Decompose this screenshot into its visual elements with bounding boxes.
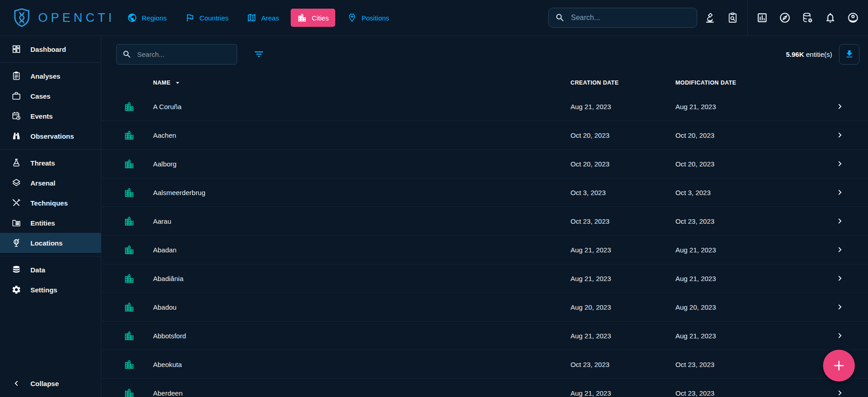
creation-date: Oct 23, 2023 (570, 361, 675, 368)
row-chevron[interactable] (835, 388, 845, 397)
account-circle-icon (847, 12, 859, 24)
list-search-input[interactable] (136, 50, 231, 59)
account-circle-button[interactable] (842, 6, 864, 29)
city-name: A Coruña (153, 103, 570, 111)
city-name: Aberdeen (153, 389, 570, 397)
sidebar-item-events[interactable]: Events (0, 106, 101, 126)
tab-areas[interactable]: Areas (240, 9, 285, 27)
chevron-right-icon (835, 302, 845, 312)
city-cell (124, 387, 153, 397)
sidebar-item-label: Events (30, 112, 53, 120)
city-icon (124, 387, 153, 397)
sidebar-item-analyses[interactable]: Analyses (0, 66, 101, 86)
sort-desc-icon[interactable] (174, 79, 182, 87)
column-header-modification-date[interactable]: MODIFICATION DATE (675, 80, 835, 86)
compass-button[interactable] (774, 6, 796, 29)
row-chevron[interactable] (835, 159, 845, 169)
tab-label: Cities (312, 14, 329, 22)
header-divider (747, 0, 748, 35)
table-row[interactable]: AberdeenAug 21, 2023Oct 23, 2023 (102, 379, 868, 397)
city-cell (124, 130, 153, 141)
table-row[interactable]: AbadanAug 21, 2023Aug 21, 2023 (102, 236, 868, 264)
bar-chart-button[interactable] (751, 6, 774, 29)
modification-date: Aug 21, 2023 (675, 246, 835, 254)
sidebar-item-locations[interactable]: Locations (0, 233, 101, 253)
microscope-button[interactable] (699, 6, 721, 29)
table-row[interactable]: AalborgOct 20, 2023Oct 20, 2023 (102, 150, 868, 178)
city-cell (124, 302, 153, 313)
globe-stand-icon (11, 238, 21, 248)
column-header-creation-date[interactable]: CREATION DATE (570, 80, 675, 86)
row-chevron[interactable] (835, 302, 845, 312)
row-chevron[interactable] (835, 245, 845, 255)
sidebar-item-techniques[interactable]: Techniques (0, 193, 101, 213)
chevron-right-icon (835, 273, 845, 283)
bell-button[interactable] (819, 6, 842, 29)
tab-positions[interactable]: Positions (341, 9, 396, 27)
search-icon (555, 13, 565, 23)
sidebar-item-threats[interactable]: Threats (0, 153, 101, 173)
city-icon (124, 101, 153, 112)
table-row[interactable]: A CoruñaAug 21, 2023Aug 21, 2023 (102, 92, 868, 121)
sidebar-item-entities[interactable]: Entities (0, 213, 101, 233)
city-icon (124, 130, 153, 141)
filter-button[interactable] (251, 46, 267, 62)
tab-regions[interactable]: Regions (121, 9, 173, 27)
creation-date: Oct 3, 2023 (570, 189, 675, 196)
tools-icon (11, 198, 21, 208)
sidebar-item-dashboard[interactable]: Dashboard (0, 39, 101, 59)
sidebar-item-data[interactable]: Data (0, 260, 101, 280)
table-row[interactable]: AbeokutaOct 23, 2023Oct 23, 2023 (102, 350, 868, 379)
opencti-logo[interactable]: OPENCTI (0, 7, 104, 29)
pin-icon (347, 13, 357, 23)
row-chevron[interactable] (835, 331, 845, 341)
table-row[interactable]: AbbotsfordAug 21, 2023Aug 21, 2023 (102, 322, 868, 350)
creation-date: Oct 20, 2023 (570, 160, 675, 168)
city-name: Abadiânia (153, 275, 570, 282)
modification-date: Oct 23, 2023 (675, 389, 835, 397)
binoculars-icon (11, 131, 21, 141)
tab-cities[interactable]: Cities (291, 9, 335, 27)
row-chevron[interactable] (835, 273, 845, 283)
sidebar-collapse-button[interactable]: Collapse (0, 373, 101, 393)
chevron-right-icon (835, 101, 845, 111)
database-gear-icon (802, 12, 813, 24)
table-row[interactable]: AbadouAug 20, 2023Aug 20, 2023 (102, 293, 868, 322)
sidebar-item-arsenal[interactable]: Arsenal (0, 173, 101, 193)
gear-icon (11, 285, 21, 295)
sidebar-item-label: Techniques (30, 199, 68, 207)
table-row[interactable]: AachenOct 20, 2023Oct 20, 2023 (102, 121, 868, 150)
add-city-fab[interactable] (823, 350, 855, 382)
table-row[interactable]: AalsmeerderbrugOct 3, 2023Oct 3, 2023 (102, 178, 868, 207)
sidebar-item-observations[interactable]: Observations (0, 126, 101, 146)
calendar-clock-icon (11, 111, 21, 121)
flag-icon (185, 13, 195, 23)
column-header-name[interactable]: NAME (153, 79, 570, 87)
database-gear-button[interactable] (796, 6, 819, 29)
sidebar-item-cases[interactable]: Cases (0, 86, 101, 106)
clipboard-search-button[interactable] (721, 6, 744, 29)
sidebar-item-label: Locations (30, 239, 63, 247)
creation-date: Aug 21, 2023 (570, 246, 675, 254)
table-header: NAME CREATION DATE MODIFICATION DATE (102, 75, 868, 90)
sidebar-item-settings[interactable]: Settings (0, 280, 101, 300)
sidebar-group: DataSettings (0, 256, 101, 303)
table-row[interactable]: AarauOct 23, 2023Oct 23, 2023 (102, 207, 868, 236)
chevron-left-icon (11, 378, 21, 388)
creation-date: Aug 21, 2023 (570, 389, 675, 397)
tab-countries[interactable]: Countries (179, 9, 235, 27)
creation-date: Oct 20, 2023 (570, 131, 675, 139)
export-button[interactable] (839, 44, 859, 65)
city-icon (124, 158, 153, 170)
row-chevron[interactable] (835, 130, 845, 140)
entities-count-value: 5.96K (786, 50, 804, 58)
row-chevron[interactable] (835, 216, 845, 226)
global-search-input[interactable] (570, 13, 690, 22)
globe-icon (127, 13, 137, 23)
sidebar-item-label: Settings (30, 286, 57, 294)
row-chevron[interactable] (835, 187, 845, 197)
creation-date: Aug 21, 2023 (570, 103, 675, 111)
row-chevron[interactable] (835, 101, 845, 111)
city-name: Aalborg (153, 160, 570, 168)
table-row[interactable]: AbadiâniaAug 21, 2023Aug 21, 2023 (102, 264, 868, 293)
